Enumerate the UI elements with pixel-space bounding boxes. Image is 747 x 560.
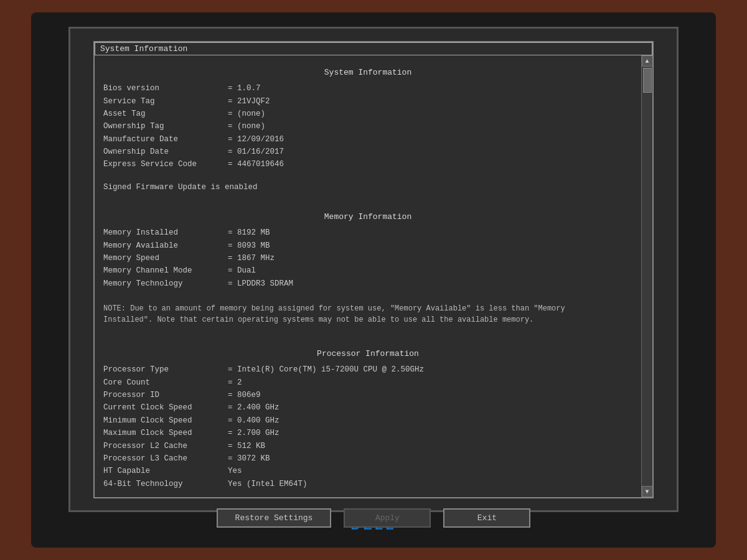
value-asset-tag: = (none) <box>228 108 265 120</box>
table-row: Memory Speed = 1867 MHz <box>103 253 632 264</box>
apply-button[interactable]: Apply <box>344 508 431 528</box>
bios-window: System Information System Information Bi… <box>93 41 654 498</box>
label-memory-installed: Memory Installed <box>103 227 228 239</box>
value-processor-type: = Intel(R) Core(TM) i5-7200U CPU @ 2.50G… <box>228 364 424 376</box>
label-processor-type: Processor Type <box>103 364 228 376</box>
restore-settings-button[interactable]: Restore Settings <box>217 508 332 528</box>
table-row: Memory Technology = LPDDR3 SDRAM <box>103 278 632 290</box>
firmware-note: Signed Firmware Update is enabled <box>103 182 632 194</box>
value-processor-l3-cache: = 3072 KB <box>228 453 270 465</box>
value-memory-technology: = LPDDR3 SDRAM <box>228 278 293 290</box>
bios-fields: Bios version = 1.0.7 Service Tag = 21VJQ… <box>103 83 632 171</box>
table-row: Processor L3 Cache = 3072 KB <box>103 453 632 465</box>
table-row: Asset Tag = (none) <box>103 108 632 120</box>
table-row: Service Tag = 21VJQF2 <box>103 96 632 108</box>
buttons-row: Restore Settings Apply Exit <box>217 508 531 528</box>
memory-info-heading: Memory Information <box>103 211 632 223</box>
scrollbar-track[interactable] <box>643 68 652 485</box>
table-row: Ownership Tag = (none) <box>103 121 632 133</box>
label-ownership-tag: Ownership Tag <box>103 121 228 133</box>
table-row: Memory Available = 8093 MB <box>103 240 632 252</box>
value-core-count: = 2 <box>228 377 242 389</box>
value-current-clock-speed: = 2.400 GHz <box>228 402 280 414</box>
label-memory-channel-mode: Memory Channel Mode <box>103 265 228 277</box>
memory-fields: Memory Installed = 8192 MB Memory Availa… <box>103 227 632 290</box>
table-row: Bios version = 1.0.7 <box>103 83 632 95</box>
label-service-tag: Service Tag <box>103 96 228 108</box>
label-memory-available: Memory Available <box>103 240 228 252</box>
processor-info-heading: Processor Information <box>103 348 632 360</box>
label-maximum-clock-speed: Maximum Clock Speed <box>103 427 228 439</box>
scrollbar[interactable]: ▲ ▼ <box>641 55 652 497</box>
label-bios-version: Bios version <box>103 83 228 95</box>
table-row: Maximum Clock Speed = 2.700 GHz <box>103 427 632 439</box>
value-memory-channel-mode: = Dual <box>228 265 256 277</box>
monitor: System Information System Information Bi… <box>31 12 716 548</box>
label-processor-l2-cache: Processor L2 Cache <box>103 441 228 452</box>
label-processor-id: Processor ID <box>103 390 228 401</box>
exit-button[interactable]: Exit <box>443 508 530 528</box>
table-row: Processor L2 Cache = 512 KB <box>103 441 632 452</box>
scrollbar-up-button[interactable]: ▲ <box>642 55 653 67</box>
value-maximum-clock-speed: = 2.700 GHz <box>228 427 280 439</box>
value-express-service-code: = 4467019646 <box>228 159 284 170</box>
label-64bit-technology: 64-Bit Technology <box>103 478 228 490</box>
value-memory-speed: = 1867 MHz <box>228 253 275 264</box>
value-bios-version: = 1.0.7 <box>228 83 261 95</box>
scrollbar-thumb[interactable] <box>643 68 652 93</box>
label-ht-capable: HT Capable <box>103 465 228 477</box>
value-service-tag: = 21VJQF2 <box>228 96 270 108</box>
monitor-screen: System Information System Information Bi… <box>68 27 679 512</box>
label-memory-technology: Memory Technology <box>103 278 228 290</box>
label-minimum-clock-speed: Minimum Clock Speed <box>103 415 228 427</box>
table-row: Memory Channel Mode = Dual <box>103 265 632 277</box>
table-row: Manufacture Date = 12/09/2016 <box>103 134 632 146</box>
processor-fields: Processor Type = Intel(R) Core(TM) i5-72… <box>103 364 632 490</box>
label-express-service-code: Express Service Code <box>103 159 228 170</box>
label-manufacture-date: Manufacture Date <box>103 134 228 146</box>
label-processor-l3-cache: Processor L3 Cache <box>103 453 228 465</box>
bios-scrollable-content: System Information Bios version = 1.0.7 … <box>95 55 641 497</box>
table-row: Processor ID = 806e9 <box>103 390 632 401</box>
value-memory-available: = 8093 MB <box>228 240 270 252</box>
table-row: HT Capable Yes <box>103 465 632 477</box>
label-asset-tag: Asset Tag <box>103 108 228 120</box>
label-memory-speed: Memory Speed <box>103 253 228 264</box>
value-memory-installed: = 8192 MB <box>228 227 270 239</box>
table-row: Current Clock Speed = 2.400 GHz <box>103 402 632 414</box>
memory-note: NOTE: Due to an amount of memory being a… <box>103 303 589 325</box>
bios-content-area: System Information Bios version = 1.0.7 … <box>95 55 652 497</box>
value-processor-l2-cache: = 512 KB <box>228 441 265 452</box>
table-row: Ownership Date = 01/16/2017 <box>103 146 632 158</box>
value-ownership-tag: = (none) <box>228 121 265 133</box>
table-row: 64-Bit Technology Yes (Intel EM64T) <box>103 478 632 490</box>
label-ownership-date: Ownership Date <box>103 146 228 158</box>
value-manufacture-date: = 12/09/2016 <box>228 134 284 146</box>
window-title: System Information <box>95 42 652 55</box>
label-core-count: Core Count <box>103 377 228 389</box>
label-current-clock-speed: Current Clock Speed <box>103 402 228 414</box>
value-ht-capable: Yes <box>228 465 242 477</box>
table-row: Minimum Clock Speed = 0.400 GHz <box>103 415 632 427</box>
value-ownership-date: = 01/16/2017 <box>228 146 284 158</box>
table-row: Express Service Code = 4467019646 <box>103 159 632 170</box>
value-processor-id: = 806e9 <box>228 390 261 401</box>
table-row: Core Count = 2 <box>103 377 632 389</box>
scrollbar-down-button[interactable]: ▼ <box>642 486 653 497</box>
value-minimum-clock-speed: = 0.400 GHz <box>228 415 280 427</box>
value-64bit-technology: Yes (Intel EM64T) <box>228 478 308 490</box>
table-row: Memory Installed = 8192 MB <box>103 227 632 239</box>
table-row: Processor Type = Intel(R) Core(TM) i5-72… <box>103 364 632 376</box>
system-info-heading: System Information <box>103 67 632 79</box>
